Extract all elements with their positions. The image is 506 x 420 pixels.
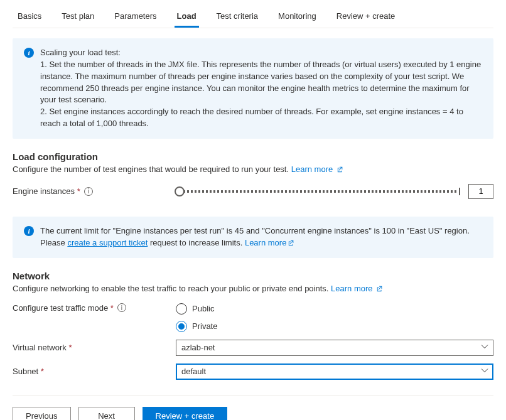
engine-instances-slider[interactable] <box>176 190 458 193</box>
load-config-title: Load configuration <box>13 151 493 162</box>
info-icon: i <box>24 226 34 236</box>
subnet-label-text: Subnet <box>13 367 38 376</box>
traffic-mode-label: Configure test traffic mode * i <box>13 303 176 313</box>
info-icon: i <box>24 48 34 58</box>
create-support-ticket-link[interactable]: create a support ticket <box>67 238 148 247</box>
vnet-label-text: Virtual network <box>13 343 67 352</box>
scaling-line2: 2. Set engine instances accordingly to r… <box>40 107 463 128</box>
tabs-bar: Basics Test plan Parameters Load Test cr… <box>13 6 493 28</box>
scaling-info-box: i Scaling your load test: 1. Set the num… <box>13 38 493 139</box>
slider-thumb[interactable] <box>175 186 185 197</box>
tab-test-criteria[interactable]: Test criteria <box>214 6 261 28</box>
help-icon[interactable]: i <box>84 187 93 196</box>
external-link-icon <box>377 284 383 294</box>
required-asterisk: * <box>110 303 114 313</box>
required-asterisk: * <box>41 367 44 376</box>
required-asterisk: * <box>77 186 80 196</box>
network-learn-more-link[interactable]: Learn more <box>331 284 383 293</box>
radio-circle <box>176 321 187 332</box>
footer-bar: Previous Next Review + create <box>13 395 493 420</box>
limit-middle: request to increase limits. <box>148 238 245 247</box>
tab-parameters[interactable]: Parameters <box>112 6 159 28</box>
required-asterisk: * <box>68 343 72 352</box>
engine-label-text: Engine instances <box>13 186 75 196</box>
limit-info-box: i The current limit for "Engine instance… <box>13 217 493 258</box>
subnet-label: Subnet * <box>13 367 176 376</box>
learn-more-label: Learn more <box>245 238 286 247</box>
radio-circle <box>176 303 187 315</box>
traffic-label-text: Configure test traffic mode <box>13 303 108 313</box>
limit-learn-more-link[interactable]: Learn more <box>245 238 294 247</box>
tab-basics[interactable]: Basics <box>15 6 44 28</box>
vnet-label: Virtual network * <box>13 343 176 352</box>
scaling-info-content: Scaling your load test: 1. Set the numbe… <box>40 47 482 130</box>
load-config-learn-more-link[interactable]: Learn more <box>291 164 343 174</box>
help-icon[interactable]: i <box>117 303 126 312</box>
scaling-line1: 1. Set the number of threads in the JMX … <box>40 60 481 105</box>
tab-test-plan[interactable]: Test plan <box>59 6 97 28</box>
review-create-button[interactable]: Review + create <box>143 407 228 420</box>
radio-public[interactable]: Public <box>176 303 217 315</box>
vnet-value: azlab-net <box>181 343 215 352</box>
external-link-icon <box>337 165 343 175</box>
radio-public-label: Public <box>192 304 214 313</box>
load-config-desc-text: Configure the number of test engines tha… <box>13 164 289 174</box>
limit-info-content: The current limit for "Engine instances … <box>40 225 482 249</box>
learn-more-label: Learn more <box>331 284 372 293</box>
tab-monitoring[interactable]: Monitoring <box>276 6 319 28</box>
network-desc-text: Configure networking to enable the test … <box>13 284 328 293</box>
radio-private-label: Private <box>192 321 217 331</box>
engine-instances-input[interactable] <box>468 184 493 199</box>
network-desc: Configure networking to enable the test … <box>13 284 493 293</box>
scaling-title: Scaling your load test: <box>40 48 121 57</box>
tab-review-create[interactable]: Review + create <box>334 6 398 28</box>
radio-private[interactable]: Private <box>176 321 217 332</box>
external-link-icon <box>288 238 294 250</box>
network-title: Network <box>13 271 493 281</box>
subnet-select[interactable]: default <box>176 363 493 380</box>
load-config-desc: Configure the number of test engines tha… <box>13 164 493 174</box>
subnet-value: default <box>181 367 206 376</box>
tab-load[interactable]: Load <box>175 6 199 28</box>
engine-instances-label: Engine instances * i <box>13 186 176 196</box>
vnet-select[interactable]: azlab-net <box>176 340 493 356</box>
previous-button[interactable]: Previous <box>13 407 71 420</box>
next-button[interactable]: Next <box>78 407 135 420</box>
learn-more-label: Learn more <box>291 164 333 174</box>
